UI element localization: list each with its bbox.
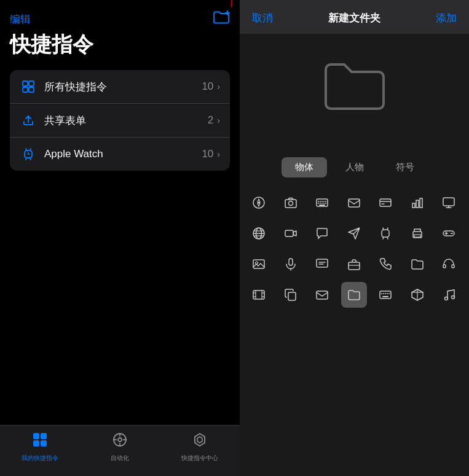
menu-item-watch-count: 10 xyxy=(202,148,213,160)
svg-rect-44 xyxy=(412,203,415,208)
grid-icon-bubble[interactable] xyxy=(309,220,335,246)
svg-rect-75 xyxy=(349,262,360,270)
svg-rect-5 xyxy=(29,87,34,92)
svg-rect-41 xyxy=(380,199,391,206)
grid-icon-printer[interactable] xyxy=(404,220,430,246)
svg-rect-46 xyxy=(420,198,422,208)
right-panel: 取消 新建文件夹 添加 物体 人物 符号 xyxy=(240,0,469,476)
chevron-icon-watch: › xyxy=(217,149,220,159)
menu-list: 所有快捷指令 10 › 共享表单 2 › xyxy=(10,70,230,171)
cat-tab-people[interactable]: 人物 xyxy=(332,157,377,178)
svg-rect-2 xyxy=(23,81,28,86)
grid-icon-monitor[interactable] xyxy=(436,190,462,216)
new-folder-icon xyxy=(213,10,230,25)
svg-rect-16 xyxy=(41,440,47,447)
svg-rect-4 xyxy=(23,87,28,92)
grid-icon-keyboard2[interactable] xyxy=(372,282,398,308)
menu-item-all-label: 所有快捷指令 xyxy=(44,80,202,94)
menu-item-all-count: 10 xyxy=(202,80,213,93)
tab-automation[interactable]: 自动化 xyxy=(80,432,160,462)
svg-rect-47 xyxy=(443,198,454,206)
svg-line-58 xyxy=(387,228,388,230)
grid-icon-keyboard[interactable] xyxy=(309,190,335,216)
cat-tab-symbols[interactable]: 符号 xyxy=(382,157,428,178)
cancel-button[interactable]: 取消 xyxy=(252,11,273,25)
icon-grid xyxy=(240,185,469,476)
grid-icon xyxy=(20,78,37,95)
page-title: 快捷指令 xyxy=(10,28,230,70)
right-header: 取消 新建文件夹 添加 xyxy=(240,0,469,34)
svg-rect-78 xyxy=(452,265,454,268)
grid-icon-chart[interactable] xyxy=(404,190,430,216)
svg-rect-87 xyxy=(317,291,328,299)
category-tabs: 物体 人物 符号 xyxy=(240,151,469,185)
chevron-icon-all: › xyxy=(217,82,220,92)
left-panel: 编辑 ↑ 快捷指令 所有快捷指令 10 xyxy=(0,0,240,476)
grid-icon-copy[interactable] xyxy=(278,282,304,308)
grid-icon-briefcase[interactable] xyxy=(341,251,367,277)
svg-point-18 xyxy=(118,438,122,442)
svg-rect-68 xyxy=(253,260,264,268)
svg-rect-72 xyxy=(317,259,328,267)
grid-icon-globe[interactable] xyxy=(246,220,272,246)
tab-bar: 我的快捷指令 自动化 快捷指令中 xyxy=(0,425,240,476)
grid-icon-photo[interactable] xyxy=(246,251,272,277)
svg-point-97 xyxy=(445,297,448,300)
new-folder-button[interactable]: ↑ xyxy=(213,10,230,28)
grid-icon-film[interactable] xyxy=(246,282,272,308)
share-icon xyxy=(20,112,37,129)
svg-rect-14 xyxy=(41,433,47,439)
tab-gallery[interactable]: 快捷指令中心 xyxy=(160,432,240,462)
svg-rect-40 xyxy=(349,199,360,207)
grid-icon-cube[interactable] xyxy=(404,282,430,308)
svg-rect-55 xyxy=(285,230,293,236)
grid-icon-creditcard[interactable] xyxy=(372,190,398,216)
left-top-bar: 编辑 ↑ xyxy=(10,0,230,28)
grid-icon-folder-small[interactable] xyxy=(404,251,430,277)
svg-point-67 xyxy=(452,233,453,234)
grid-icon-folder-active[interactable] xyxy=(341,282,367,308)
menu-item-watch-label: Apple Watch xyxy=(44,148,202,160)
grid-icon-mail[interactable] xyxy=(309,282,335,308)
svg-rect-88 xyxy=(380,291,391,298)
grid-icon-headphones[interactable] xyxy=(436,251,462,277)
add-button[interactable]: 添加 xyxy=(436,11,457,25)
grid-icon-watch-small[interactable] xyxy=(372,220,398,246)
gallery-tab-label: 快捷指令中心 xyxy=(181,454,218,462)
svg-rect-15 xyxy=(33,440,39,447)
svg-rect-86 xyxy=(288,292,296,300)
svg-rect-79 xyxy=(253,291,264,299)
svg-point-66 xyxy=(451,233,452,234)
svg-line-9 xyxy=(26,158,26,160)
tab-my-shortcuts[interactable]: 我的快捷指令 xyxy=(0,432,80,462)
svg-line-7 xyxy=(26,149,26,150)
svg-line-57 xyxy=(383,228,384,230)
menu-item-watch[interactable]: Apple Watch 10 › xyxy=(10,138,230,171)
grid-icon-compass[interactable] xyxy=(246,190,272,216)
svg-rect-13 xyxy=(33,433,39,439)
menu-item-all[interactable]: 所有快捷指令 10 › xyxy=(10,70,230,104)
grid-icon-camera[interactable] xyxy=(278,190,304,216)
edit-button[interactable]: 编辑 xyxy=(10,12,31,26)
menu-item-share[interactable]: 共享表单 2 › xyxy=(10,104,230,138)
grid-icon-mic[interactable] xyxy=(278,251,304,277)
gallery-tab-icon xyxy=(192,432,208,451)
grid-icon-message[interactable] xyxy=(309,251,335,277)
grid-icon-envelope[interactable] xyxy=(341,190,367,216)
new-folder-dialog-title: 新建文件夹 xyxy=(328,11,380,25)
arrow-indicator: ↑ xyxy=(227,0,236,11)
svg-line-10 xyxy=(30,158,31,160)
grid-icon-gamepad[interactable] xyxy=(436,220,462,246)
cat-tab-objects[interactable]: 物体 xyxy=(282,157,327,178)
menu-item-share-label: 共享表单 xyxy=(44,114,208,128)
svg-rect-3 xyxy=(29,81,34,86)
grid-icon-music[interactable] xyxy=(436,282,462,308)
chevron-icon-share: › xyxy=(217,115,220,125)
grid-icon-video[interactable] xyxy=(278,220,304,246)
grid-icon-phone[interactable] xyxy=(372,251,398,277)
grid-icon-paperplane[interactable] xyxy=(341,220,367,246)
svg-point-27 xyxy=(288,201,293,206)
svg-marker-25 xyxy=(258,202,260,206)
menu-item-share-count: 2 xyxy=(208,114,213,127)
svg-rect-70 xyxy=(289,259,293,265)
